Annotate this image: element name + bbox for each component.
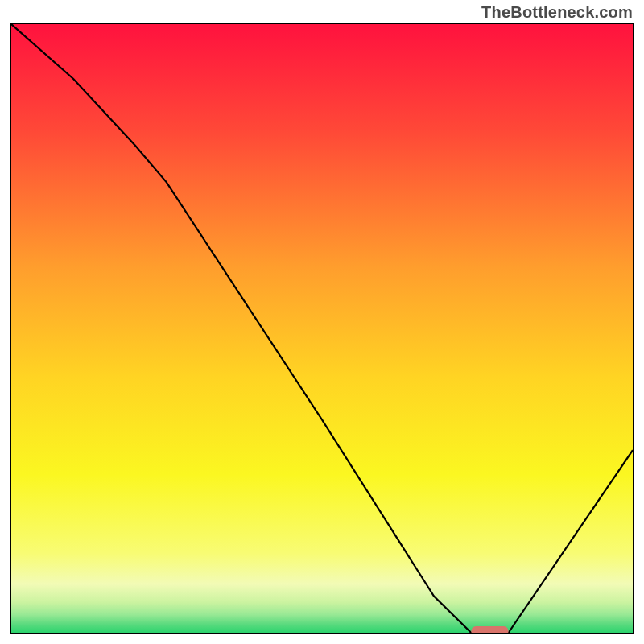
- chart-svg: [11, 24, 633, 633]
- chart-frame: TheBottleneck.com: [0, 0, 644, 644]
- gradient-background: [11, 24, 633, 633]
- optimal-marker: [471, 626, 508, 633]
- watermark-label: TheBottleneck.com: [481, 3, 633, 22]
- plot-area: [10, 23, 634, 634]
